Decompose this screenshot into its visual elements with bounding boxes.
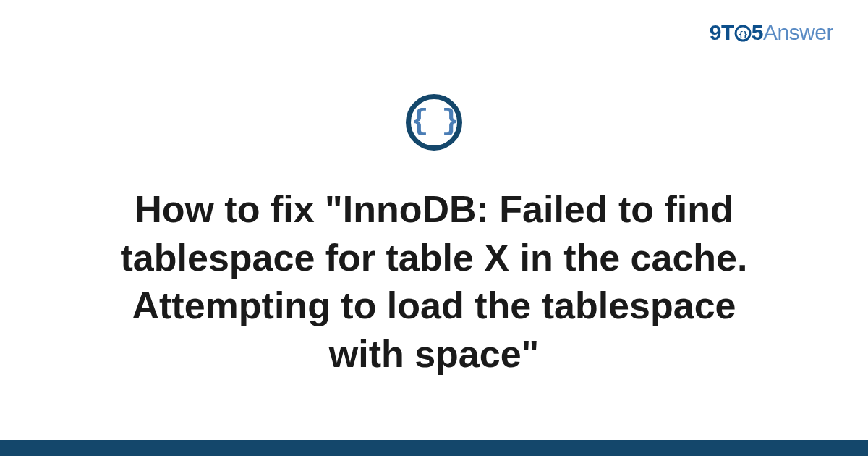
svg-text:{}: {} [739, 30, 747, 39]
braces-glyph: { } [411, 108, 456, 137]
content-area: { } How to fix "InnoDB: Failed to find t… [0, 94, 868, 420]
site-logo: 9T{}5Answer [710, 20, 833, 45]
code-braces-icon: { } [406, 94, 462, 151]
page-title: How to fix "InnoDB: Failed to find table… [65, 185, 803, 378]
logo-nine: 9 [710, 20, 721, 44]
bottom-accent-bar [0, 440, 868, 456]
logo-t: T [721, 20, 734, 44]
logo-answer: Answer [763, 20, 833, 44]
logo-five: 5 [752, 20, 763, 44]
logo-o-icon: {} [734, 20, 752, 45]
